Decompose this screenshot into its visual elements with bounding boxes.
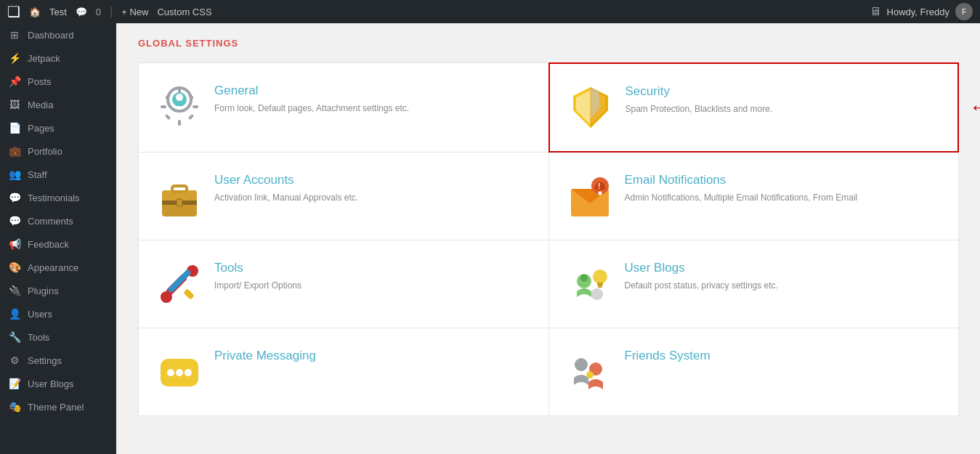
sidebar-item-feedback[interactable]: 📢 Feedback bbox=[0, 232, 116, 256]
sidebar-label-portfolio: Portfolio bbox=[28, 146, 62, 157]
security-title: Security bbox=[625, 84, 941, 99]
general-icon bbox=[156, 84, 203, 130]
security-content: Security Spam Protection, Blacklists and… bbox=[625, 84, 941, 115]
svg-text:!: ! bbox=[598, 182, 600, 190]
svg-rect-8 bbox=[188, 114, 194, 120]
user-blogs-title: User Blogs bbox=[625, 261, 941, 275]
sidebar-item-comments[interactable]: 💬 Comments bbox=[0, 209, 116, 232]
home-icon[interactable]: 🏠 bbox=[29, 7, 41, 17]
svg-point-36 bbox=[591, 288, 603, 300]
wp-logo-icon: ❑ bbox=[7, 3, 20, 20]
comments-icon: 💬 bbox=[7, 215, 22, 227]
svg-rect-18 bbox=[172, 186, 187, 192]
sidebar-item-appearance[interactable]: 🎨 Appearance bbox=[0, 256, 116, 279]
sidebar-label-testimonials: Testimonials bbox=[28, 192, 80, 203]
portfolio-icon: 💼 bbox=[7, 145, 22, 157]
settings-card-general[interactable]: General Form look, Default pages, Attach… bbox=[138, 62, 549, 153]
sidebar-item-dashboard[interactable]: ⊞ Dashboard bbox=[0, 23, 116, 46]
sidebar-label-settings: Settings bbox=[28, 355, 62, 366]
sidebar-label-jetpack: Jetpack bbox=[28, 53, 60, 64]
svg-rect-6 bbox=[193, 105, 198, 108]
sidebar-item-theme-panel[interactable]: 🎭 Theme Panel bbox=[0, 395, 116, 418]
sidebar-item-pages[interactable]: 📄 Pages bbox=[0, 116, 116, 139]
screen-options-icon: 🖥 bbox=[870, 5, 881, 18]
security-desc: Spam Protection, Blacklists and more. bbox=[625, 102, 941, 115]
email-notifications-icon: ! bbox=[567, 173, 613, 219]
user-accounts-title: User Accounts bbox=[214, 173, 531, 187]
custom-css-button[interactable]: Custom CSS bbox=[157, 7, 211, 17]
email-notifications-title: Email Notifications bbox=[625, 173, 941, 187]
user-blogs-icon bbox=[567, 261, 613, 307]
sidebar-label-pages: Pages bbox=[28, 123, 54, 134]
svg-point-27 bbox=[161, 291, 172, 303]
general-desc: Form look, Default pages, Attachment set… bbox=[214, 102, 531, 115]
tools-title: Tools bbox=[214, 261, 531, 275]
users-icon: 👤 bbox=[7, 308, 22, 320]
settings-card-friends-system[interactable]: Friends System bbox=[548, 328, 960, 416]
top-bar: ❑ 🏠 Test 💬 0 | + New Custom CSS 🖥 Howdy,… bbox=[0, 0, 980, 23]
user-blogs-desc: Default post status, privacy settings et… bbox=[625, 279, 941, 292]
settings-card-email-notifications[interactable]: ! Email Notifications Admin Notification… bbox=[548, 152, 960, 240]
sidebar-item-testimonials[interactable]: 💬 Testimonials bbox=[0, 186, 116, 209]
sidebar-item-media[interactable]: 🖼 Media bbox=[0, 93, 116, 116]
settings-icon: ⚙ bbox=[7, 354, 22, 366]
comment-bubble-icon[interactable]: 💬 bbox=[76, 7, 87, 17]
svg-rect-5 bbox=[161, 105, 166, 108]
friends-system-content: Friends System bbox=[625, 349, 941, 367]
svg-rect-3 bbox=[178, 88, 181, 94]
sidebar-item-posts[interactable]: 📌 Posts bbox=[0, 70, 116, 93]
svg-rect-9 bbox=[165, 114, 171, 120]
tools-content: Tools Import/ Export Options bbox=[214, 261, 531, 292]
sidebar-label-media: Media bbox=[28, 100, 53, 110]
sidebar-label-theme-panel: Theme Panel bbox=[28, 402, 84, 413]
user-blogs-icon: 📝 bbox=[7, 378, 22, 389]
user-accounts-icon bbox=[156, 173, 203, 219]
sidebar-item-staff[interactable]: 👥 Staff bbox=[0, 163, 116, 186]
site-name[interactable]: Test bbox=[49, 7, 67, 17]
sidebar-item-tools[interactable]: 🔧 Tools bbox=[0, 325, 116, 349]
sidebar-item-portfolio[interactable]: 💼 Portfolio bbox=[0, 139, 116, 163]
sidebar-item-user-blogs[interactable]: 📝 User Blogs bbox=[0, 372, 116, 395]
theme-panel-icon: 🎭 bbox=[7, 401, 22, 413]
divider: | bbox=[110, 5, 113, 18]
sidebar-item-jetpack[interactable]: ⚡ Jetpack bbox=[0, 46, 116, 70]
svg-point-41 bbox=[575, 358, 588, 371]
tools-desc: Import/ Export Options bbox=[214, 279, 531, 292]
settings-card-security[interactable]: Security Spam Protection, Blacklists and… bbox=[548, 62, 960, 153]
private-messaging-title: Private Messaging bbox=[214, 349, 531, 363]
settings-card-user-accounts[interactable]: User Accounts Activation link, Manual Ap… bbox=[138, 152, 549, 240]
user-accounts-desc: Activation link, Manual Approvals etc. bbox=[214, 191, 531, 204]
new-button[interactable]: + New bbox=[121, 7, 148, 17]
plugins-icon: 🔌 bbox=[7, 285, 22, 296]
feedback-icon: 📢 bbox=[7, 238, 22, 250]
media-icon: 🖼 bbox=[7, 99, 22, 110]
svg-point-40 bbox=[185, 369, 192, 376]
svg-rect-20 bbox=[177, 199, 182, 206]
sidebar-label-users: Users bbox=[28, 309, 52, 320]
settings-grid: General Form look, Default pages, Attach… bbox=[138, 63, 958, 416]
settings-card-private-messaging[interactable]: Private Messaging bbox=[138, 328, 549, 416]
svg-point-24 bbox=[598, 192, 602, 195]
appearance-icon: 🎨 bbox=[7, 262, 22, 273]
sidebar-label-staff: Staff bbox=[28, 169, 47, 180]
svg-point-1 bbox=[176, 94, 183, 101]
sidebar-label-feedback: Feedback bbox=[28, 239, 69, 250]
howdy-label: Howdy, Freddy bbox=[887, 7, 949, 17]
user-accounts-content: User Accounts Activation link, Manual Ap… bbox=[214, 173, 531, 204]
comments-count: 0 bbox=[96, 7, 101, 17]
posts-icon: 📌 bbox=[7, 76, 22, 87]
general-content: General Form look, Default pages, Attach… bbox=[214, 84, 531, 115]
sidebar-item-users[interactable]: 👤 Users bbox=[0, 302, 116, 325]
staff-icon: 👥 bbox=[7, 169, 22, 180]
settings-card-user-blogs[interactable]: User Blogs Default post status, privacy … bbox=[548, 240, 960, 328]
sidebar-item-plugins[interactable]: 🔌 Plugins bbox=[0, 279, 116, 302]
svg-point-43 bbox=[586, 371, 594, 378]
user-blogs-content: User Blogs Default post status, privacy … bbox=[625, 261, 941, 292]
arrow-indicator: ← bbox=[969, 96, 980, 119]
friends-system-title: Friends System bbox=[625, 349, 941, 363]
main-content: GLOBAL SETTINGS General For bbox=[116, 23, 980, 454]
settings-card-tools[interactable]: Tools Import/ Export Options bbox=[138, 240, 549, 328]
email-notifications-desc: Admin Notifications, Multiple Email Noti… bbox=[625, 191, 941, 204]
sidebar-label-user-blogs: User Blogs bbox=[28, 378, 74, 389]
sidebar-item-settings[interactable]: ⚙ Settings bbox=[0, 349, 116, 372]
